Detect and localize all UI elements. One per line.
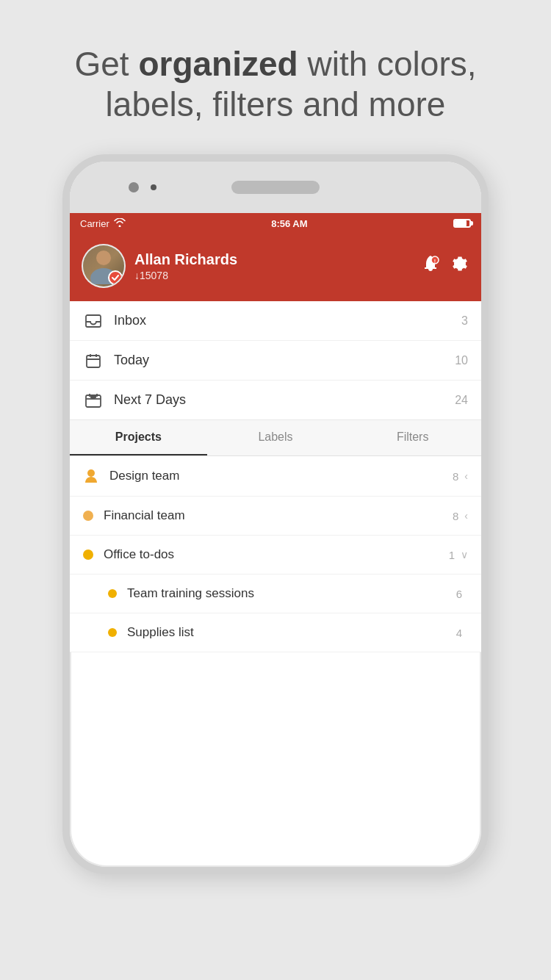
inbox-icon bbox=[83, 314, 104, 328]
headline-text: Get organized with colors, labels, filte… bbox=[45, 0, 505, 147]
headline-line2: labels, filters and more bbox=[106, 85, 446, 123]
team-training-dot bbox=[108, 589, 117, 598]
design-team-label: Design team bbox=[109, 469, 453, 483]
profile-left: Allan Richards ↓15078 bbox=[82, 244, 237, 288]
tab-projects[interactable]: Projects bbox=[70, 420, 207, 455]
headline-bold: organized bbox=[138, 45, 298, 83]
profile-icons: ! bbox=[421, 254, 469, 278]
phone-screen: Carrier 8:56 AM bbox=[70, 213, 481, 652]
financial-team-chevron: ‹ bbox=[464, 510, 468, 522]
today-label: Today bbox=[114, 353, 455, 368]
svg-rect-4 bbox=[86, 315, 101, 327]
camera-dot bbox=[129, 182, 139, 192]
design-team-icon bbox=[83, 468, 99, 484]
design-team-chevron: ‹ bbox=[464, 470, 468, 482]
battery-icon bbox=[453, 219, 471, 228]
settings-icon[interactable] bbox=[450, 254, 469, 278]
inbox-label: Inbox bbox=[114, 313, 461, 328]
speaker-grille bbox=[231, 181, 320, 194]
next7days-count: 24 bbox=[455, 394, 468, 407]
carrier-label: Carrier bbox=[80, 218, 109, 229]
team-training-label: Team training sessions bbox=[127, 586, 456, 601]
office-todos-dot bbox=[83, 550, 93, 560]
svg-rect-5 bbox=[87, 356, 100, 367]
next7days-icon: +7 bbox=[83, 393, 104, 408]
menu-item-next7days[interactable]: +7 Next 7 Days 24 bbox=[70, 381, 481, 419]
svg-text:+7: +7 bbox=[92, 394, 96, 398]
headline-line1: Get organized with colors, bbox=[74, 45, 476, 83]
svg-point-15 bbox=[87, 469, 95, 477]
profile-name: Allan Richards bbox=[134, 251, 237, 268]
battery-fill bbox=[455, 220, 467, 226]
status-left: Carrier bbox=[80, 218, 126, 229]
today-count: 10 bbox=[455, 354, 468, 367]
financial-team-dot bbox=[83, 511, 93, 521]
tab-filters[interactable]: Filters bbox=[344, 420, 481, 455]
status-right bbox=[453, 219, 471, 228]
supplies-list-label: Supplies list bbox=[127, 625, 456, 640]
tab-labels[interactable]: Labels bbox=[207, 420, 345, 455]
next7days-label: Next 7 Days bbox=[114, 392, 455, 408]
menu-item-today[interactable]: Today 10 bbox=[70, 341, 481, 381]
menu-item-inbox[interactable]: Inbox 3 bbox=[70, 301, 481, 341]
tabs: Projects Labels Filters bbox=[70, 420, 481, 456]
today-icon bbox=[83, 353, 104, 368]
avatar-badge bbox=[108, 270, 123, 285]
supplies-list-count: 4 bbox=[456, 627, 462, 639]
project-item-design-team[interactable]: Design team 8 ‹ bbox=[70, 456, 481, 497]
financial-team-label: Financial team bbox=[104, 508, 453, 523]
wifi-icon bbox=[114, 218, 126, 229]
phone-frame: Carrier 8:56 AM bbox=[62, 154, 489, 874]
design-team-count: 8 bbox=[453, 470, 458, 483]
project-item-office-todos[interactable]: Office to-dos 1 ∨ bbox=[70, 536, 481, 574]
office-todos-chevron: ∨ bbox=[461, 549, 468, 561]
project-list: Design team 8 ‹ Financial team 8 ‹ Offic… bbox=[70, 456, 481, 652]
status-bar: Carrier 8:56 AM bbox=[70, 213, 481, 234]
office-todos-label: Office to-dos bbox=[104, 547, 449, 562]
menu-list: Inbox 3 Today 10 bbox=[70, 301, 481, 420]
project-item-team-training[interactable]: Team training sessions 6 bbox=[70, 574, 481, 613]
office-todos-count: 1 bbox=[449, 549, 455, 561]
status-time: 8:56 AM bbox=[271, 218, 307, 229]
notification-icon[interactable]: ! bbox=[421, 254, 440, 278]
profile-info: Allan Richards ↓15078 bbox=[134, 251, 237, 281]
profile-header: Allan Richards ↓15078 ! bbox=[70, 234, 481, 301]
svg-point-0 bbox=[96, 251, 111, 265]
inbox-count: 3 bbox=[461, 314, 468, 328]
supplies-list-dot bbox=[108, 628, 117, 637]
svg-text:!: ! bbox=[434, 259, 436, 264]
project-item-financial-team[interactable]: Financial team 8 ‹ bbox=[70, 497, 481, 536]
financial-team-count: 8 bbox=[453, 510, 458, 522]
team-training-count: 6 bbox=[456, 588, 462, 600]
phone-top bbox=[70, 162, 481, 213]
project-item-supplies-list[interactable]: Supplies list 4 bbox=[70, 613, 481, 652]
sensor-dot bbox=[151, 184, 156, 190]
avatar[interactable] bbox=[82, 244, 126, 288]
profile-count: ↓15078 bbox=[134, 270, 237, 281]
